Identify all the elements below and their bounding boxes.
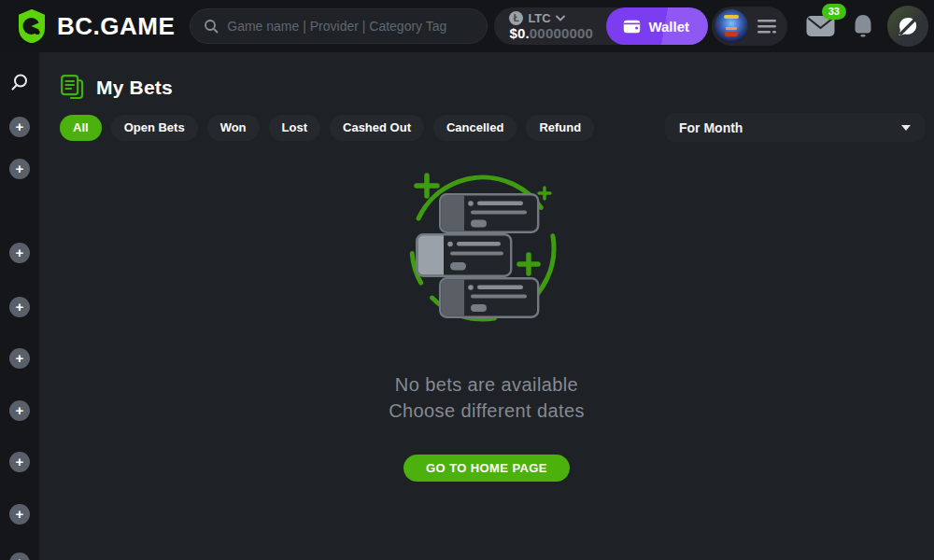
wallet-button-label: Wallet bbox=[648, 19, 689, 35]
sidebar-plus-button[interactable] bbox=[9, 159, 30, 179]
no-bets-illustration bbox=[378, 168, 595, 330]
go-home-button[interactable]: GO TO HOME PAGE bbox=[403, 455, 570, 482]
page-header: My Bets bbox=[60, 74, 173, 101]
sidebar-plus-button[interactable] bbox=[9, 243, 30, 263]
filter-tab-cashed-out[interactable]: Cashed Out bbox=[330, 115, 424, 141]
support-chat-button[interactable] bbox=[887, 6, 928, 47]
period-dropdown[interactable]: For Month bbox=[665, 113, 925, 142]
sidebar-search-icon[interactable] bbox=[10, 73, 29, 95]
chevron-down-icon bbox=[901, 125, 911, 131]
bcgame-logo-text: BC.GAME bbox=[57, 12, 175, 41]
sidebar-plus-button[interactable] bbox=[9, 504, 30, 525]
sidebar-plus-button[interactable] bbox=[9, 400, 30, 421]
sidebar-plus-button[interactable] bbox=[9, 452, 30, 472]
balance-main: $0. bbox=[509, 25, 529, 41]
wallet-button[interactable]: Wallet bbox=[606, 7, 708, 45]
bcgame-logo[interactable]: BC.GAME bbox=[15, 9, 175, 43]
filter-tab-won[interactable]: Won bbox=[207, 115, 260, 141]
ltc-coin-icon: Ł bbox=[509, 11, 523, 25]
page-title: My Bets bbox=[96, 77, 173, 99]
filter-tab-open-bets[interactable]: Open Bets bbox=[111, 115, 198, 141]
sidebar-plus-button[interactable] bbox=[9, 553, 30, 560]
balance-pill: Ł LTC $0.00000000 bbox=[494, 7, 708, 45]
hamburger-menu-icon[interactable] bbox=[757, 20, 776, 34]
empty-message-line1: No bets are available bbox=[395, 371, 578, 398]
filter-row: All Open Bets Won Lost Cashed Out Cancel… bbox=[60, 113, 925, 142]
filter-tab-refund[interactable]: Refund bbox=[526, 115, 594, 141]
mail-badge: 33 bbox=[822, 4, 846, 20]
chevron-down-icon bbox=[556, 15, 565, 21]
game-search[interactable] bbox=[190, 8, 488, 44]
sidebar-plus-button[interactable] bbox=[9, 348, 30, 369]
support-chat-icon bbox=[896, 14, 920, 38]
header-right: Ł LTC $0.00000000 bbox=[494, 6, 928, 47]
avatar[interactable] bbox=[715, 9, 748, 43]
sidebar-plus-button[interactable] bbox=[9, 117, 30, 137]
empty-message-line2: Choose different dates bbox=[389, 398, 585, 424]
wallet-icon bbox=[623, 19, 641, 34]
search-input[interactable] bbox=[227, 19, 474, 34]
filter-tab-cancelled[interactable]: Cancelled bbox=[433, 115, 517, 141]
top-bar: BC.GAME Ł LTC $0 bbox=[0, 0, 934, 52]
filter-tab-all[interactable]: All bbox=[60, 115, 102, 141]
balance-amount: $0.00000000 bbox=[509, 25, 593, 42]
left-sidebar bbox=[0, 52, 39, 560]
notifications-button[interactable] bbox=[852, 14, 874, 38]
messages-button[interactable]: 33 bbox=[806, 15, 835, 37]
filter-tab-lost[interactable]: Lost bbox=[269, 115, 320, 141]
currency-selector[interactable]: Ł LTC $0.00000000 bbox=[494, 11, 606, 42]
balance-fraction: 00000000 bbox=[530, 25, 593, 41]
bcgame-logo-icon bbox=[15, 9, 49, 43]
sidebar-plus-button[interactable] bbox=[9, 297, 30, 317]
profile-menu[interactable] bbox=[712, 7, 787, 46]
currency-code: LTC bbox=[528, 11, 550, 25]
my-bets-icon bbox=[60, 74, 85, 101]
period-dropdown-label: For Month bbox=[679, 120, 743, 135]
empty-state: No bets are available Choose different d… bbox=[39, 168, 934, 482]
main-content: My Bets All Open Bets Won Lost Cashed Ou… bbox=[39, 52, 934, 560]
search-icon bbox=[204, 19, 219, 34]
bell-icon bbox=[852, 14, 874, 38]
